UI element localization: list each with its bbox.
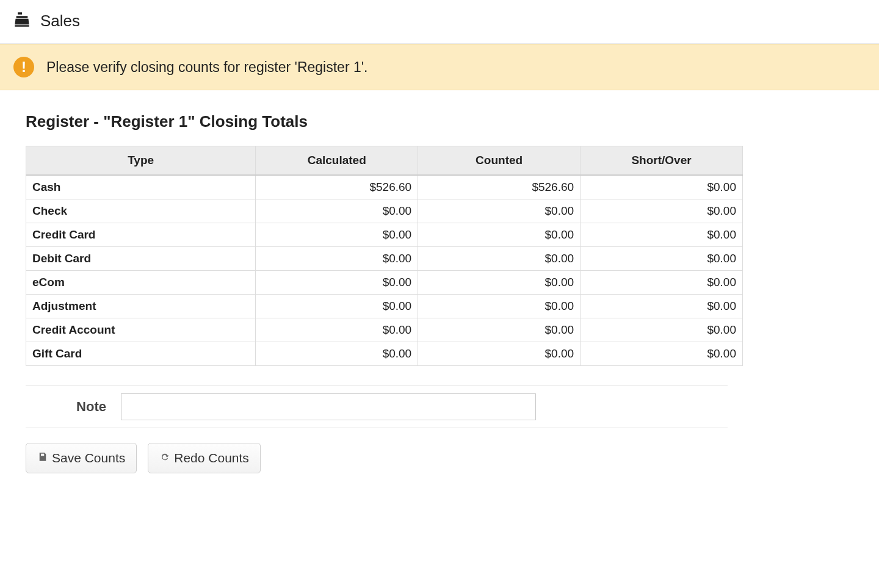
warning-icon: ! [13,57,34,77]
redo-counts-label: Redo Counts [174,451,249,465]
cell-counted: $0.00 [418,247,581,271]
table-row: Gift Card$0.00$0.00$0.00 [26,342,743,366]
cell-type: Check [26,199,256,223]
th-calculated: Calculated [256,146,418,176]
cell-short_over: $0.00 [581,223,743,247]
th-short-over: Short/Over [581,146,743,176]
cell-short_over: $0.00 [581,295,743,318]
cell-short_over: $0.00 [581,175,743,199]
cell-short_over: $0.00 [581,318,743,342]
cell-counted: $0.00 [418,342,581,366]
button-row: Save Counts Redo Counts [26,443,853,473]
cell-counted: $0.00 [418,223,581,247]
cell-calculated: $0.00 [256,247,418,271]
table-row: Check$0.00$0.00$0.00 [26,199,743,223]
closing-totals-table: Type Calculated Counted Short/Over Cash$… [26,146,743,366]
alert-banner: ! Please verify closing counts for regis… [0,44,879,90]
section-heading: Register - "Register 1" Closing Totals [26,112,853,131]
note-input[interactable] [121,393,536,420]
redo-counts-button[interactable]: Redo Counts [148,443,261,473]
cell-counted: $0.00 [418,199,581,223]
cell-type: Credit Account [26,318,256,342]
cash-register-icon [13,11,31,31]
cell-type: eCom [26,271,256,295]
cell-type: Adjustment [26,295,256,318]
cell-calculated: $0.00 [256,318,418,342]
cell-counted: $526.60 [418,175,581,199]
save-counts-label: Save Counts [52,451,125,465]
alert-message: Please verify closing counts for registe… [46,59,368,76]
cell-type: Cash [26,175,256,199]
save-counts-button[interactable]: Save Counts [26,443,137,473]
cell-type: Gift Card [26,342,256,366]
th-counted: Counted [418,146,581,176]
page-header: Sales [0,0,879,44]
cell-short_over: $0.00 [581,199,743,223]
table-row: Credit Account$0.00$0.00$0.00 [26,318,743,342]
cell-short_over: $0.00 [581,271,743,295]
cell-calculated: $526.60 [256,175,418,199]
table-row: Adjustment$0.00$0.00$0.00 [26,295,743,318]
save-icon [37,451,48,465]
cell-calculated: $0.00 [256,223,418,247]
note-row: Note [26,385,728,428]
table-row: eCom$0.00$0.00$0.00 [26,271,743,295]
table-row: Credit Card$0.00$0.00$0.00 [26,223,743,247]
main-content: Register - "Register 1" Closing Totals T… [0,90,879,495]
th-type: Type [26,146,256,176]
cell-type: Debit Card [26,247,256,271]
refresh-icon [159,451,170,465]
cell-counted: $0.00 [418,295,581,318]
note-label: Note [26,399,111,415]
cell-counted: $0.00 [418,318,581,342]
cell-calculated: $0.00 [256,342,418,366]
cell-type: Credit Card [26,223,256,247]
cell-short_over: $0.00 [581,247,743,271]
cell-counted: $0.00 [418,271,581,295]
table-row: Cash$526.60$526.60$0.00 [26,175,743,199]
cell-calculated: $0.00 [256,199,418,223]
page-title: Sales [40,12,80,30]
table-row: Debit Card$0.00$0.00$0.00 [26,247,743,271]
cell-calculated: $0.00 [256,271,418,295]
cell-short_over: $0.00 [581,342,743,366]
cell-calculated: $0.00 [256,295,418,318]
